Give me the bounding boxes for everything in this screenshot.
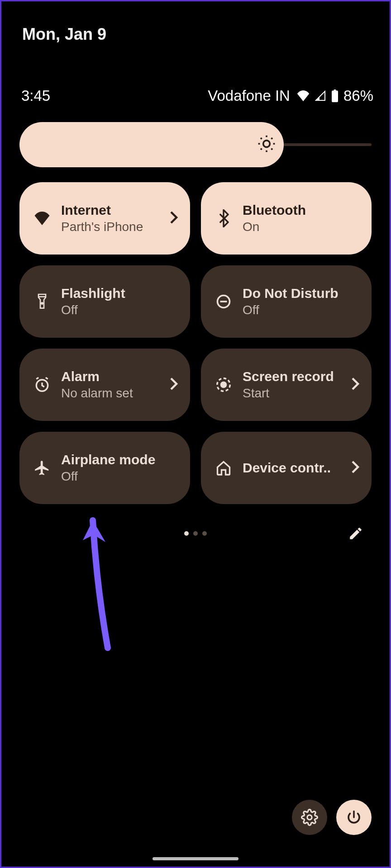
tile-title: Alarm — [61, 369, 159, 384]
gesture-nav-handle[interactable] — [153, 857, 238, 860]
svg-point-10 — [307, 815, 312, 820]
tile-title: Internet — [61, 203, 159, 218]
pager-row — [1, 522, 390, 545]
tile-title: Device contr.. — [243, 460, 341, 476]
svg-point-4 — [41, 302, 43, 304]
carrier-label: Vodafone IN — [208, 87, 290, 104]
page-dot — [184, 531, 189, 536]
brightness-slider[interactable] — [19, 122, 372, 167]
svg-rect-0 — [334, 90, 336, 90]
edit-tiles-button[interactable] — [344, 522, 367, 545]
tile-dnd[interactable]: Do Not Disturb Off — [201, 265, 372, 338]
bottom-actions — [292, 800, 372, 835]
signal-icon — [315, 90, 326, 101]
svg-point-2 — [263, 141, 270, 147]
quick-tiles-grid: Internet Parth's iPhone Bluetooth On Fla… — [19, 182, 372, 504]
tile-alarm[interactable]: Alarm No alarm set — [19, 349, 190, 421]
tile-subtitle: Start — [243, 386, 341, 401]
tile-bluetooth[interactable]: Bluetooth On — [201, 182, 372, 255]
tile-title: Screen record — [243, 369, 341, 384]
tile-title: Do Not Disturb — [243, 286, 360, 301]
tile-title: Bluetooth — [243, 203, 360, 218]
chevron-right-icon — [351, 377, 360, 392]
alarm-icon — [33, 376, 51, 393]
tile-title: Airplane mode — [61, 452, 178, 467]
screen-record-icon — [215, 376, 233, 393]
wifi-icon — [296, 90, 310, 101]
chevron-right-icon — [169, 377, 178, 392]
page-indicator — [184, 531, 207, 536]
tile-subtitle: No alarm set — [61, 386, 159, 401]
status-bar: 3:45 Vodafone IN 86% — [1, 87, 390, 104]
status-time: 3:45 — [21, 87, 50, 104]
brightness-fill — [19, 122, 284, 167]
page-dot — [202, 531, 207, 536]
tile-internet[interactable]: Internet Parth's iPhone — [19, 182, 190, 255]
airplane-icon — [33, 459, 51, 476]
wifi-icon — [33, 212, 51, 225]
home-icon — [215, 460, 233, 476]
svg-point-9 — [221, 382, 226, 387]
tile-screen-record[interactable]: Screen record Start — [201, 349, 372, 421]
bluetooth-icon — [215, 209, 233, 227]
power-button[interactable] — [336, 800, 372, 835]
chevron-right-icon — [351, 460, 360, 476]
settings-button[interactable] — [292, 800, 327, 835]
tile-title: Flashlight — [61, 286, 178, 301]
tile-subtitle: On — [243, 220, 360, 234]
brightness-icon — [257, 134, 277, 156]
date-label: Mon, Jan 9 — [22, 25, 106, 44]
tile-subtitle: Off — [61, 469, 178, 484]
tile-flashlight[interactable]: Flashlight Off — [19, 265, 190, 338]
status-right: Vodafone IN 86% — [208, 87, 373, 104]
tile-subtitle: Off — [243, 303, 360, 317]
dnd-icon — [215, 293, 233, 310]
battery-icon — [331, 90, 339, 102]
flashlight-icon — [33, 292, 51, 311]
battery-percent: 86% — [343, 87, 373, 104]
tile-device-controls[interactable]: Device contr.. — [201, 432, 372, 504]
chevron-right-icon — [169, 211, 178, 226]
svg-rect-1 — [332, 90, 338, 102]
tile-subtitle: Off — [61, 303, 178, 317]
tile-airplane-mode[interactable]: Airplane mode Off — [19, 432, 190, 504]
tile-subtitle: Parth's iPhone — [61, 220, 159, 234]
page-dot — [193, 531, 198, 536]
